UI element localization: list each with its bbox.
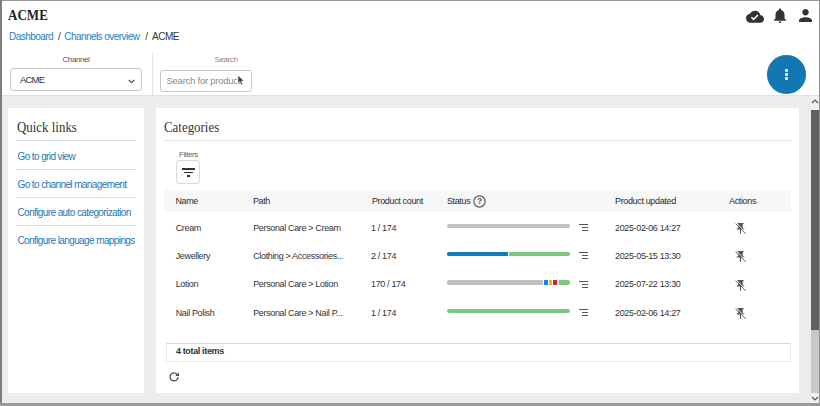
svg-text:?: ? <box>477 196 482 206</box>
